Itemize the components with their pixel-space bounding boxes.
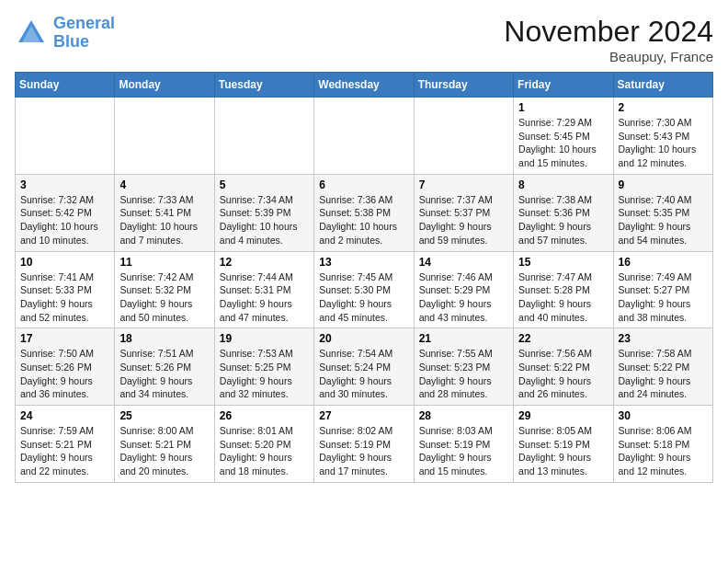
- calendar-cell: [414, 98, 513, 175]
- day-number: 29: [518, 409, 608, 422]
- day-number: 24: [20, 409, 109, 422]
- calendar-cell: 7Sunrise: 7:37 AM Sunset: 5:37 PM Daylig…: [414, 174, 513, 251]
- day-info: Sunrise: 7:30 AM Sunset: 5:43 PM Dayligh…: [619, 116, 708, 170]
- weekday-header: Wednesday: [314, 73, 414, 98]
- calendar-cell: 12Sunrise: 7:44 AM Sunset: 5:31 PM Dayli…: [214, 251, 313, 328]
- day-number: 20: [319, 332, 408, 345]
- day-info: Sunrise: 7:46 AM Sunset: 5:29 PM Dayligh…: [419, 270, 508, 325]
- calendar-cell: 5Sunrise: 7:34 AM Sunset: 5:39 PM Daylig…: [214, 174, 313, 251]
- calendar-cell: [115, 98, 214, 175]
- day-info: Sunrise: 7:54 AM Sunset: 5:24 PM Dayligh…: [319, 347, 408, 401]
- calendar-cell: [214, 98, 313, 175]
- day-info: Sunrise: 7:56 AM Sunset: 5:22 PM Dayligh…: [518, 347, 608, 401]
- day-number: 18: [119, 332, 209, 345]
- calendar-cell: 17Sunrise: 7:50 AM Sunset: 5:26 PM Dayli…: [16, 328, 115, 406]
- day-info: Sunrise: 7:32 AM Sunset: 5:42 PM Dayligh…: [20, 193, 109, 247]
- day-info: Sunrise: 8:03 AM Sunset: 5:19 PM Dayligh…: [419, 424, 508, 478]
- calendar-cell: 30Sunrise: 8:06 AM Sunset: 5:18 PM Dayli…: [613, 406, 712, 483]
- calendar-cell: 11Sunrise: 7:42 AM Sunset: 5:32 PM Dayli…: [115, 251, 214, 328]
- day-info: Sunrise: 7:44 AM Sunset: 5:31 PM Dayligh…: [220, 270, 309, 325]
- day-number: 22: [518, 332, 608, 345]
- calendar-cell: 20Sunrise: 7:54 AM Sunset: 5:24 PM Dayli…: [314, 328, 414, 406]
- day-number: 19: [220, 332, 309, 345]
- day-number: 17: [20, 332, 109, 345]
- day-info: Sunrise: 7:58 AM Sunset: 5:22 PM Dayligh…: [619, 347, 708, 401]
- day-info: Sunrise: 7:42 AM Sunset: 5:32 PM Dayligh…: [119, 270, 209, 325]
- day-number: 26: [220, 409, 309, 422]
- calendar-cell: 16Sunrise: 7:49 AM Sunset: 5:27 PM Dayli…: [613, 251, 712, 328]
- location: Beaupuy, France: [504, 49, 713, 64]
- calendar-cell: 23Sunrise: 7:58 AM Sunset: 5:22 PM Dayli…: [613, 328, 712, 406]
- logo-line2: Blue: [53, 32, 89, 51]
- calendar-cell: 2Sunrise: 7:30 AM Sunset: 5:43 PM Daylig…: [613, 98, 712, 175]
- weekday-header: Monday: [115, 73, 214, 98]
- day-number: 11: [119, 256, 209, 269]
- calendar-cell: 13Sunrise: 7:45 AM Sunset: 5:30 PM Dayli…: [314, 251, 414, 328]
- day-info: Sunrise: 8:06 AM Sunset: 5:18 PM Dayligh…: [619, 424, 708, 478]
- day-info: Sunrise: 7:34 AM Sunset: 5:39 PM Dayligh…: [220, 193, 309, 247]
- day-number: 16: [619, 256, 708, 269]
- day-info: Sunrise: 8:01 AM Sunset: 5:20 PM Dayligh…: [220, 424, 309, 478]
- calendar-cell: 10Sunrise: 7:41 AM Sunset: 5:33 PM Dayli…: [16, 251, 115, 328]
- calendar-cell: 14Sunrise: 7:46 AM Sunset: 5:29 PM Dayli…: [414, 251, 513, 328]
- calendar-week-row: 10Sunrise: 7:41 AM Sunset: 5:33 PM Dayli…: [16, 251, 713, 328]
- weekday-header: Thursday: [414, 73, 513, 98]
- calendar-cell: 28Sunrise: 8:03 AM Sunset: 5:19 PM Dayli…: [414, 406, 513, 483]
- day-info: Sunrise: 7:38 AM Sunset: 5:36 PM Dayligh…: [518, 193, 608, 247]
- calendar-week-row: 3Sunrise: 7:32 AM Sunset: 5:42 PM Daylig…: [16, 174, 713, 251]
- day-info: Sunrise: 7:53 AM Sunset: 5:25 PM Dayligh…: [220, 347, 309, 401]
- calendar-week-row: 17Sunrise: 7:50 AM Sunset: 5:26 PM Dayli…: [16, 328, 713, 406]
- calendar-cell: 27Sunrise: 8:02 AM Sunset: 5:19 PM Dayli…: [314, 406, 414, 483]
- calendar-cell: 3Sunrise: 7:32 AM Sunset: 5:42 PM Daylig…: [16, 174, 115, 251]
- day-info: Sunrise: 7:49 AM Sunset: 5:27 PM Dayligh…: [619, 270, 708, 325]
- day-number: 27: [319, 409, 408, 422]
- weekday-header: Tuesday: [214, 73, 313, 98]
- day-info: Sunrise: 7:33 AM Sunset: 5:41 PM Dayligh…: [119, 193, 209, 247]
- day-info: Sunrise: 7:36 AM Sunset: 5:38 PM Dayligh…: [319, 193, 408, 247]
- day-number: 3: [20, 178, 109, 191]
- day-info: Sunrise: 8:05 AM Sunset: 5:19 PM Dayligh…: [518, 424, 608, 478]
- calendar-cell: [16, 98, 115, 175]
- calendar-header-row: SundayMondayTuesdayWednesdayThursdayFrid…: [16, 73, 713, 98]
- calendar-cell: 25Sunrise: 8:00 AM Sunset: 5:21 PM Dayli…: [115, 406, 214, 483]
- logo-icon: [15, 17, 48, 50]
- day-number: 10: [20, 256, 109, 269]
- calendar-cell: 22Sunrise: 7:56 AM Sunset: 5:22 PM Dayli…: [514, 328, 613, 406]
- day-info: Sunrise: 7:40 AM Sunset: 5:35 PM Dayligh…: [619, 193, 708, 247]
- day-number: 9: [619, 178, 708, 191]
- logo-text: General Blue: [53, 15, 115, 52]
- calendar-cell: 15Sunrise: 7:47 AM Sunset: 5:28 PM Dayli…: [514, 251, 613, 328]
- day-info: Sunrise: 7:50 AM Sunset: 5:26 PM Dayligh…: [20, 347, 109, 401]
- day-info: Sunrise: 8:00 AM Sunset: 5:21 PM Dayligh…: [119, 424, 209, 478]
- calendar-cell: 4Sunrise: 7:33 AM Sunset: 5:41 PM Daylig…: [115, 174, 214, 251]
- day-number: 21: [419, 332, 508, 345]
- day-info: Sunrise: 7:47 AM Sunset: 5:28 PM Dayligh…: [518, 270, 608, 325]
- title-block: November 2024 Beaupuy, France: [504, 15, 713, 64]
- calendar-cell: 1Sunrise: 7:29 AM Sunset: 5:45 PM Daylig…: [514, 98, 613, 175]
- day-info: Sunrise: 7:59 AM Sunset: 5:21 PM Dayligh…: [20, 424, 109, 478]
- logo: General Blue: [15, 15, 115, 52]
- calendar-cell: 8Sunrise: 7:38 AM Sunset: 5:36 PM Daylig…: [514, 174, 613, 251]
- weekday-header: Friday: [514, 73, 613, 98]
- weekday-header: Saturday: [613, 73, 712, 98]
- day-number: 30: [619, 409, 708, 422]
- day-number: 25: [119, 409, 209, 422]
- day-info: Sunrise: 7:51 AM Sunset: 5:26 PM Dayligh…: [119, 347, 209, 401]
- day-number: 14: [419, 256, 508, 269]
- calendar-cell: 19Sunrise: 7:53 AM Sunset: 5:25 PM Dayli…: [214, 328, 313, 406]
- day-number: 1: [518, 101, 608, 114]
- day-number: 15: [518, 256, 608, 269]
- day-number: 8: [518, 178, 608, 191]
- day-info: Sunrise: 7:29 AM Sunset: 5:45 PM Dayligh…: [518, 116, 608, 170]
- calendar-cell: 29Sunrise: 8:05 AM Sunset: 5:19 PM Dayli…: [514, 406, 613, 483]
- day-info: Sunrise: 7:41 AM Sunset: 5:33 PM Dayligh…: [20, 270, 109, 325]
- day-number: 5: [220, 178, 309, 191]
- calendar-cell: 6Sunrise: 7:36 AM Sunset: 5:38 PM Daylig…: [314, 174, 414, 251]
- day-number: 2: [619, 101, 708, 114]
- calendar-cell: 21Sunrise: 7:55 AM Sunset: 5:23 PM Dayli…: [414, 328, 513, 406]
- day-number: 12: [220, 256, 309, 269]
- calendar-cell: [314, 98, 414, 175]
- page-header: General Blue November 2024 Beaupuy, Fran…: [15, 15, 713, 64]
- day-number: 28: [419, 409, 508, 422]
- day-info: Sunrise: 7:55 AM Sunset: 5:23 PM Dayligh…: [419, 347, 508, 401]
